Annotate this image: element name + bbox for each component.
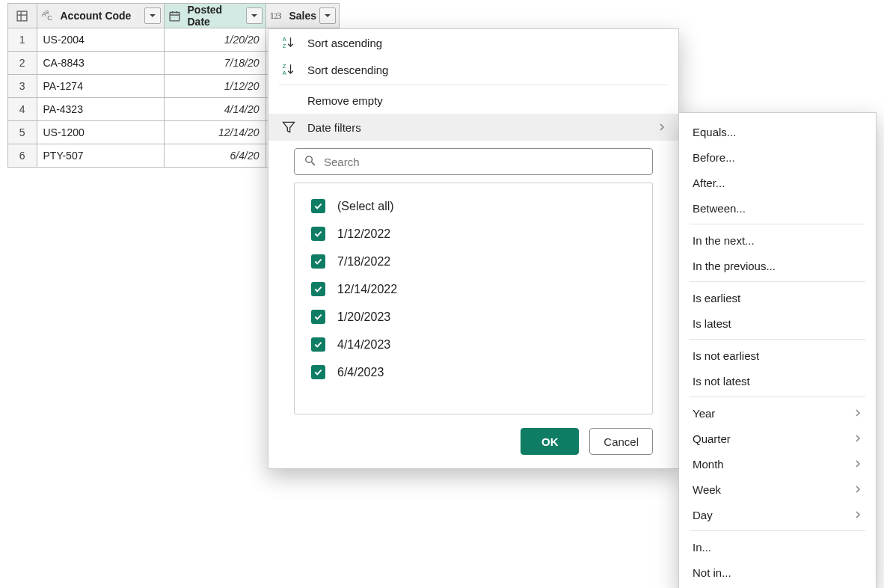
filter-is-not-earliest[interactable]: Is not earliest: [679, 343, 876, 368]
sub-label: Month: [693, 458, 724, 471]
date-filters-item[interactable]: Date filters: [268, 114, 678, 141]
sub-label: Is earliest: [693, 292, 740, 304]
cell-posted-date[interactable]: 7/18/20: [164, 52, 265, 75]
sub-label: Before...: [693, 151, 735, 164]
filter-in[interactable]: In...: [679, 534, 876, 560]
value-row[interactable]: 4/14/2023: [295, 331, 652, 358]
cell-posted-date[interactable]: 6/4/20: [164, 144, 265, 168]
sub-label: In the previous...: [693, 260, 776, 272]
sort-descending-item[interactable]: ZA Sort descending: [268, 56, 678, 83]
select-all-corner[interactable]: [8, 4, 37, 28]
value-label: 6/4/2023: [337, 366, 384, 379]
svg-point-14: [306, 156, 313, 163]
column-label: Account Code: [61, 10, 141, 22]
checkbox-checked-icon[interactable]: [311, 365, 325, 379]
sub-label: After...: [693, 177, 725, 189]
svg-text:B: B: [45, 10, 49, 15]
value-row[interactable]: 7/18/2022: [295, 248, 652, 275]
sub-label: Year: [693, 407, 715, 420]
checkbox-checked-icon[interactable]: [311, 310, 325, 324]
value-row[interactable]: 12/14/2022: [295, 275, 652, 303]
value-row[interactable]: 6/4/2023: [295, 358, 652, 386]
svg-text:C: C: [47, 14, 52, 22]
text-type-icon: ACB: [41, 8, 58, 23]
cell-account-code[interactable]: CA-8843: [37, 52, 164, 75]
select-all-row[interactable]: (Select all): [295, 192, 652, 220]
sub-label: Is latest: [693, 317, 731, 330]
value-label: 12/14/2022: [337, 283, 397, 296]
cell-account-code[interactable]: US-2004: [37, 28, 164, 52]
cell-account-code[interactable]: PA-1274: [37, 75, 164, 98]
value-label: 1/12/2022: [337, 227, 390, 241]
cell-account-code[interactable]: PTY-507: [37, 144, 164, 168]
filter-month[interactable]: Month: [679, 451, 876, 477]
sub-label: Quarter: [693, 432, 731, 445]
cell-posted-date[interactable]: 4/14/20: [164, 98, 265, 121]
filter-after[interactable]: After...: [679, 170, 876, 195]
filter-between[interactable]: Between...: [679, 195, 876, 221]
checkbox-checked-icon[interactable]: [311, 337, 325, 352]
filter-is-not-latest[interactable]: Is not latest: [679, 368, 876, 393]
checkbox-checked-icon[interactable]: [311, 282, 325, 296]
sub-label: In...: [693, 541, 711, 554]
row-number: 6: [8, 144, 37, 168]
filter-is-latest[interactable]: Is latest: [679, 310, 876, 336]
filter-popup: AZ Sort ascending ZA Sort descending Rem…: [268, 28, 679, 469]
column-label: Posted Date: [188, 4, 243, 28]
value-row[interactable]: 1/20/2023: [295, 303, 652, 331]
value-label: 4/14/2023: [337, 338, 390, 352]
svg-rect-0: [17, 11, 27, 21]
filter-in-the-next[interactable]: In the next...: [679, 227, 876, 253]
filter-is-earliest[interactable]: Is earliest: [679, 285, 876, 310]
filter-day[interactable]: Day: [679, 502, 876, 527]
values-list: (Select all) 1/12/2022 7/18/2022 12/14/2…: [294, 183, 653, 414]
number-type-icon: 123: [270, 10, 286, 22]
menu-label: Remove empty: [307, 94, 383, 107]
cell-account-code[interactable]: PA-4323: [37, 98, 164, 121]
ok-button[interactable]: OK: [521, 428, 579, 455]
separator: [690, 530, 865, 531]
column-filter-button[interactable]: [144, 7, 161, 24]
search-icon: [304, 154, 316, 169]
cell-posted-date[interactable]: 1/20/20: [164, 28, 265, 52]
checkbox-checked-icon[interactable]: [311, 227, 325, 241]
menu-label: Date filters: [307, 121, 361, 134]
filter-not-in[interactable]: Not in...: [679, 560, 876, 585]
filter-equals[interactable]: Equals...: [679, 119, 876, 144]
separator: [279, 85, 668, 85]
chevron-right-icon: [853, 483, 862, 496]
column-header-sales[interactable]: 123 Sales: [265, 4, 340, 28]
filter-in-the-previous[interactable]: In the previous...: [679, 253, 876, 278]
date-filters-submenu: Equals... Before... After... Between... …: [678, 112, 877, 588]
cell-posted-date[interactable]: 1/12/20: [164, 75, 265, 98]
cell-account-code[interactable]: US-1200: [37, 121, 164, 144]
separator: [690, 396, 865, 397]
row-number: 4: [8, 98, 37, 121]
column-filter-button[interactable]: [319, 7, 336, 24]
remove-empty-item[interactable]: Remove empty: [268, 87, 678, 114]
row-number: 5: [8, 121, 37, 144]
separator: [690, 339, 865, 340]
filter-week[interactable]: Week: [679, 477, 876, 502]
cancel-button[interactable]: Cancel: [589, 428, 653, 455]
checkbox-checked-icon[interactable]: [311, 254, 325, 269]
filter-before[interactable]: Before...: [679, 144, 876, 170]
button-label: Cancel: [604, 435, 639, 448]
svg-rect-6: [170, 12, 179, 20]
column-header-posted-date[interactable]: Posted Date: [164, 4, 265, 28]
cell-posted-date[interactable]: 12/14/20: [164, 121, 265, 144]
svg-text:Z: Z: [283, 43, 286, 49]
chevron-right-icon: [853, 509, 862, 521]
sub-label: In the next...: [693, 234, 755, 247]
sub-label: Equals...: [693, 126, 736, 138]
value-label: 1/20/2023: [337, 310, 390, 324]
value-row[interactable]: 1/12/2022: [295, 220, 652, 248]
column-filter-button[interactable]: [246, 7, 263, 24]
filter-year[interactable]: Year: [679, 400, 876, 426]
checkbox-checked-icon[interactable]: [311, 199, 325, 213]
search-input[interactable]: [324, 156, 643, 168]
column-header-account-code[interactable]: ACB Account Code: [37, 4, 164, 28]
sort-ascending-item[interactable]: AZ Sort ascending: [268, 29, 678, 56]
filter-quarter[interactable]: Quarter: [679, 426, 876, 451]
search-box[interactable]: [294, 148, 653, 175]
